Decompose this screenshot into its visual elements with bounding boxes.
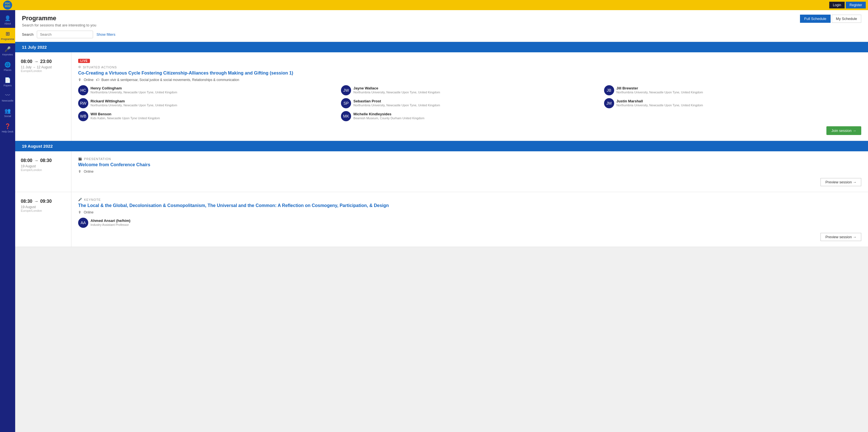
presenter-info: Will Benson Kids Kabin, Newcastle Upon T… [91, 112, 160, 120]
presenter-org: Northumbria University, Newcastle Upon T… [353, 103, 440, 107]
login-button[interactable]: Login [829, 2, 845, 8]
papers-icon: 📄 [4, 77, 11, 83]
presenter-info: Michelle Kindleysides Beamish Museum, Co… [353, 112, 425, 120]
session-title[interactable]: The Local & the Global, Decolonisation &… [78, 203, 861, 208]
session-location: Online [84, 210, 94, 214]
session-row: 08:00 → 23:00 11 July → 12 August Europe… [15, 52, 868, 141]
logo-circle: PDC 2022 [3, 1, 12, 9]
logo[interactable]: PDC 2022 [0, 0, 15, 10]
my-schedule-button[interactable]: My Schedule [832, 15, 861, 23]
presenters-grid: HC Henry Collingham Northumbria Universi… [78, 85, 861, 121]
sidebar-item-papers[interactable]: 📄 Papers [0, 74, 15, 90]
session-meta: 🎙 Online🏷 Buen vivir & sentipensar, Soci… [78, 78, 861, 82]
register-button[interactable]: Register [846, 2, 866, 8]
category-label: SITUATED ACTIONS [83, 65, 117, 69]
time-end: 23:00 [40, 59, 52, 64]
date-section-header: 19 August 2022 [15, 141, 868, 151]
sidebar-item-label: Help Desk [2, 130, 13, 133]
presenter-avatar: HC [78, 85, 88, 95]
time-range: 08:30 → 09:30 [21, 199, 65, 204]
session-timezone: Europe/London [21, 69, 65, 73]
presenter-card: RW Rickard Wittingham Northumbria Univer… [78, 98, 335, 108]
sidebar-item-label: Social [4, 115, 11, 118]
join-session-button[interactable]: Join session → [827, 126, 861, 135]
session-timezone: Europe/London [21, 209, 65, 212]
session-time-column: 08:30 → 09:30 19 August Europe/London [15, 192, 71, 247]
mic-icon: 🎙 [78, 170, 82, 174]
sidebar-item-newcastle[interactable]: 〰 Newcastle [0, 90, 15, 105]
session-time-column: 08:00 → 08:30 19 August Europe/London [15, 151, 71, 192]
show-filters-button[interactable]: Show filters [96, 32, 115, 36]
session-timezone: Europe/London [21, 168, 65, 172]
session-title[interactable]: Co-Creating a Virtuous Cycle Fostering C… [78, 70, 861, 76]
presenter-org: Beamish Museum, County Durham United Kin… [353, 116, 425, 120]
presenter-card: AA Ahmed Ansari (he/him) Industry Assist… [78, 218, 335, 228]
preview-session-button[interactable]: Preview session → [820, 233, 861, 241]
session-content-column: 🎤 KEYNOTE The Local & the Global, Decolo… [71, 192, 868, 247]
presenter-avatar: SP [341, 98, 351, 108]
presenter-org: Northumbria University, Newcastle Upon T… [616, 103, 703, 107]
presenter-avatar: WB [78, 111, 88, 121]
sidebar-item-about[interactable]: 👤 About [0, 12, 15, 28]
session-location: Online [84, 78, 94, 82]
programme-icon: ⊞ [6, 31, 10, 37]
time-arrow-icon: → [34, 59, 38, 64]
presenter-info: Justin Marshall Northumbria University, … [616, 99, 703, 107]
presenter-org: Industry Assistant Professor [91, 223, 130, 227]
search-row: Search Show filters [22, 31, 861, 38]
search-input[interactable] [37, 31, 93, 38]
places-icon: 🌐 [4, 62, 11, 68]
presenter-name: Jayne Wallace [353, 86, 440, 90]
schedule-toggle: Full Schedule My Schedule [793, 10, 868, 27]
sidebar-item-helpdesk[interactable]: ❓ Help Desk [0, 120, 15, 136]
presenter-info: Jill Brewster Northumbria University, Ne… [616, 86, 703, 94]
presenter-avatar: JM [604, 98, 614, 108]
presenter-org: Northumbria University, Newcastle Upon T… [353, 90, 440, 94]
time-end: 09:30 [40, 199, 52, 204]
about-icon: 👤 [4, 15, 11, 21]
sidebar-item-label: Places [4, 68, 11, 71]
session-content-column: 🎬 PRESENTATION Welcome from Conference C… [71, 151, 868, 192]
mic-icon: 🎙 [78, 210, 82, 214]
time-arrow-icon: → [34, 158, 38, 163]
session-category: 🎤 KEYNOTE [78, 198, 861, 201]
category-label: PRESENTATION [84, 157, 111, 161]
newcastle-icon: 〰 [5, 92, 10, 98]
sidebar-item-programme[interactable]: ⊞ Programme [0, 28, 15, 43]
sidebar-item-label: Programme [1, 38, 14, 40]
session-action-row: Preview session → [78, 177, 861, 186]
session-row: 08:30 → 09:30 19 August Europe/London 🎤 … [15, 192, 868, 247]
session-title[interactable]: Welcome from Conference Chairs [78, 162, 861, 167]
presenter-name: Henry Collingham [91, 86, 177, 90]
session-date: 19 August [21, 205, 65, 209]
session-category: ⚙ SITUATED ACTIONS [78, 65, 861, 69]
presenters-grid: AA Ahmed Ansari (he/him) Industry Assist… [78, 218, 861, 228]
preview-session-button[interactable]: Preview session → [820, 178, 861, 186]
category-icon: 🎬 [78, 157, 82, 161]
full-schedule-button[interactable]: Full Schedule [800, 15, 831, 23]
sidebar: 👤 About ⊞ Programme 🎤 Keynotes 🌐 Places … [0, 10, 15, 432]
presenter-org: Northumbria University, Newcastle Upon T… [91, 103, 177, 107]
page-subtitle: Search for sessions that are interesting… [22, 23, 861, 27]
session-action-row: Join session → [78, 125, 861, 135]
category-icon: ⚙ [78, 65, 81, 69]
sidebar-item-label: Newcastle [2, 99, 13, 102]
sidebar-item-places[interactable]: 🌐 Places [0, 59, 15, 74]
live-badge: LIVE [78, 59, 90, 63]
presenter-card: JB Jill Brewster Northumbria University,… [604, 85, 861, 95]
sidebar-item-label: About [4, 22, 11, 25]
sections-container: 11 July 2022 08:00 → 23:00 11 July → 12 … [15, 42, 868, 247]
session-category: 🎬 PRESENTATION [78, 157, 861, 161]
topbar: Login Register [0, 0, 868, 10]
session-content-column: LIVE ⚙ SITUATED ACTIONS Co-Creating a Vi… [71, 52, 868, 141]
presenter-info: Henry Collingham Northumbria University,… [91, 86, 177, 94]
sidebar-item-social[interactable]: 👥 Social [0, 105, 15, 120]
presenter-avatar: JB [604, 85, 614, 95]
presenter-name: Sebastian Prost [353, 99, 440, 103]
time-arrow-icon: → [34, 199, 38, 204]
time-start: 08:00 [21, 158, 32, 163]
presenter-avatar: JW [341, 85, 351, 95]
presenter-info: Jayne Wallace Northumbria University, Ne… [353, 86, 440, 94]
sidebar-item-keynotes[interactable]: 🎤 Keynotes [0, 43, 15, 59]
time-start: 08:00 [21, 59, 32, 64]
